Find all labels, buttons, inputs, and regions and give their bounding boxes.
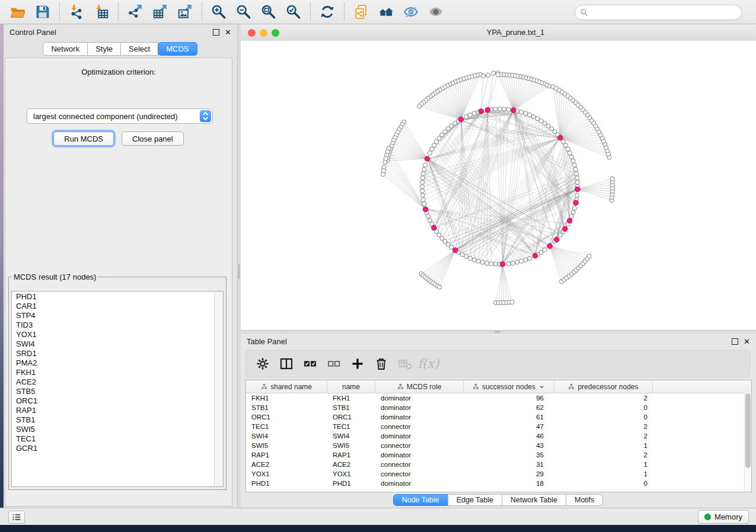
graph-mcds-node[interactable] bbox=[575, 187, 580, 192]
graph-mcds-node[interactable] bbox=[500, 262, 505, 267]
graph-ring-node[interactable] bbox=[464, 114, 468, 118]
show-all-icon[interactable] bbox=[423, 2, 448, 22]
graph-leaf-node[interactable] bbox=[417, 104, 422, 108]
graph-leaf-node[interactable] bbox=[383, 160, 387, 164]
graph-ring-node[interactable] bbox=[575, 176, 579, 180]
graph-ring-node[interactable] bbox=[476, 259, 480, 263]
column-header-successor-nodes[interactable]: successor nodes bbox=[464, 380, 554, 393]
mcds-result-item[interactable]: SWI5 bbox=[12, 425, 215, 434]
mcds-result-item[interactable]: SWI4 bbox=[12, 339, 215, 349]
graph-leaf-node[interactable] bbox=[510, 300, 514, 304]
graph-ring-node[interactable] bbox=[524, 111, 528, 116]
mcds-result-item[interactable]: YOX1 bbox=[12, 330, 215, 339]
table-row[interactable]: FKH1FKH1dominator962 bbox=[246, 393, 751, 403]
zoom-out-icon[interactable] bbox=[231, 2, 256, 22]
graph-ring-node[interactable] bbox=[543, 248, 547, 252]
graph-mcds-node[interactable] bbox=[423, 207, 428, 212]
graph-ring-node[interactable] bbox=[423, 163, 428, 167]
graph-ring-node[interactable] bbox=[426, 214, 430, 219]
delete-column-icon[interactable] bbox=[373, 356, 389, 372]
table-row[interactable]: YOX1YOX1connector291 bbox=[246, 469, 751, 479]
network-canvas[interactable] bbox=[241, 41, 756, 329]
graph-ring-node[interactable] bbox=[497, 107, 502, 111]
splitter-handle[interactable] bbox=[495, 331, 500, 333]
graph-ring-node[interactable] bbox=[571, 210, 575, 214]
graph-mcds-node[interactable] bbox=[479, 109, 484, 114]
graph-ring-node[interactable] bbox=[480, 260, 484, 264]
column-header-predecessor-nodes[interactable]: predecessor nodes bbox=[554, 380, 653, 393]
mcds-result-item[interactable]: STP4 bbox=[12, 311, 215, 321]
mcds-result-item[interactable]: CAR1 bbox=[12, 302, 215, 311]
window-close-button[interactable] bbox=[248, 29, 256, 37]
mcds-result-item[interactable]: TEC1 bbox=[12, 434, 215, 444]
export-table-icon[interactable] bbox=[148, 2, 173, 22]
mcds-result-list[interactable]: PHD1CAR1STP4TID3YOX1SWI4SRD1PMA2FKH1ACE2… bbox=[11, 291, 215, 487]
graph-ring-node[interactable] bbox=[472, 258, 476, 262]
mcds-result-item[interactable]: PHD1 bbox=[12, 292, 215, 302]
scrollbar-thumb[interactable] bbox=[745, 393, 751, 468]
table-row[interactable]: SWI4SWI4dominator462 bbox=[246, 431, 751, 441]
mcds-result-item[interactable]: TID3 bbox=[12, 321, 215, 330]
graph-leaf-node[interactable] bbox=[481, 73, 485, 78]
graph-ring-node[interactable] bbox=[572, 163, 576, 167]
graph-ring-node[interactable] bbox=[511, 261, 515, 265]
graph-mcds-node[interactable] bbox=[458, 117, 464, 122]
zoom-selected-icon[interactable] bbox=[281, 2, 306, 22]
graph-ring-node[interactable] bbox=[493, 107, 497, 111]
clone-network-icon[interactable] bbox=[349, 2, 374, 22]
export-network-icon[interactable] bbox=[123, 2, 148, 22]
tab-network[interactable]: Network bbox=[43, 42, 88, 56]
graph-ring-node[interactable] bbox=[575, 171, 579, 175]
graph-ring-node[interactable] bbox=[519, 110, 524, 114]
graph-mcds-node[interactable] bbox=[485, 107, 490, 113]
open-session-icon[interactable] bbox=[5, 2, 30, 22]
graph-leaf-node[interactable] bbox=[486, 73, 490, 77]
save-session-icon[interactable] bbox=[30, 2, 55, 22]
graph-mcds-node[interactable] bbox=[558, 135, 563, 140]
graph-leaf-node[interactable] bbox=[381, 172, 385, 177]
criterion-dropdown[interactable]: largest connected component (undirected) bbox=[27, 108, 213, 124]
mcds-result-item[interactable]: FKH1 bbox=[12, 368, 215, 377]
splitter-handle[interactable] bbox=[238, 264, 240, 279]
table-row[interactable]: STB1STB1dominator620 bbox=[246, 403, 751, 412]
mcds-result-item[interactable]: GCR1 bbox=[12, 444, 215, 453]
column-header-shared-name[interactable]: shared name bbox=[246, 380, 327, 393]
graph-ring-node[interactable] bbox=[468, 256, 472, 260]
graph-ring-node[interactable] bbox=[575, 180, 579, 184]
graph-leaf-node[interactable] bbox=[610, 177, 614, 181]
graph-ring-node[interactable] bbox=[519, 259, 524, 263]
graph-leaf-node[interactable] bbox=[496, 72, 500, 76]
tab-network-table[interactable]: Network Table bbox=[502, 494, 566, 506]
graph-leaf-node[interactable] bbox=[551, 85, 555, 89]
graph-ring-node[interactable] bbox=[464, 254, 468, 258]
graph-ring-node[interactable] bbox=[575, 193, 579, 197]
close-panel-icon[interactable]: ✕ bbox=[225, 30, 231, 35]
graph-ring-node[interactable] bbox=[420, 193, 425, 197]
run-mcds-button[interactable]: Run MCDS bbox=[53, 132, 114, 146]
import-table-icon[interactable] bbox=[89, 2, 114, 22]
export-image-icon[interactable] bbox=[173, 2, 197, 22]
graph-ring-node[interactable] bbox=[528, 256, 532, 260]
graph-ring-node[interactable] bbox=[502, 107, 506, 111]
mcds-result-scrollbar[interactable] bbox=[214, 291, 224, 487]
tab-style[interactable]: Style bbox=[87, 42, 121, 56]
graph-ring-node[interactable] bbox=[569, 155, 573, 159]
graph-ring-node[interactable] bbox=[572, 206, 576, 210]
create-column-icon[interactable] bbox=[349, 356, 365, 372]
graph-ring-node[interactable] bbox=[484, 261, 489, 265]
network-window-titlebar[interactable]: YPA_prune.txt_1 bbox=[241, 24, 756, 41]
graph-ring-node[interactable] bbox=[573, 167, 578, 171]
table-row[interactable]: TEC1TEC1connector472 bbox=[246, 422, 751, 431]
graph-mcds-node[interactable] bbox=[453, 248, 458, 253]
graph-leaf-node[interactable] bbox=[492, 71, 496, 75]
table-row[interactable]: RAP1RAP1dominator352 bbox=[246, 450, 751, 460]
graph-ring-node[interactable] bbox=[428, 151, 432, 155]
graph-ring-node[interactable] bbox=[524, 258, 528, 262]
graph-leaf-node[interactable] bbox=[587, 254, 591, 258]
graph-mcds-node[interactable] bbox=[511, 108, 516, 113]
graph-mcds-node[interactable] bbox=[563, 226, 568, 232]
graph-ring-node[interactable] bbox=[561, 140, 565, 144]
graph-mcds-node[interactable] bbox=[573, 200, 579, 206]
graph-ring-node[interactable] bbox=[506, 262, 511, 266]
graph-ring-node[interactable] bbox=[493, 262, 497, 266]
